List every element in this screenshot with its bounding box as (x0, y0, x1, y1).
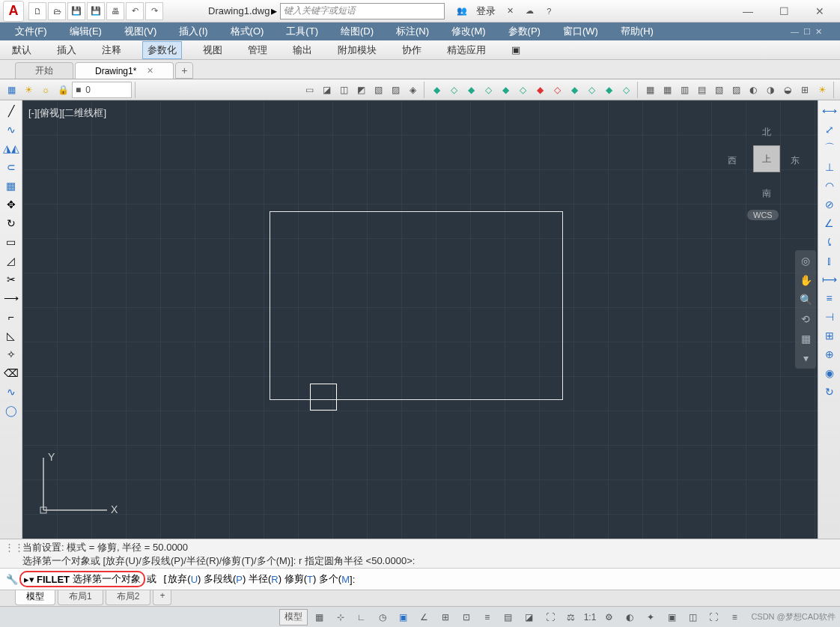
tool-icon[interactable]: ◆ (532, 82, 548, 98)
menu-view[interactable]: 视图(V) (124, 25, 156, 38)
tool-icon[interactable]: ▨ (387, 82, 404, 98)
tool-icon[interactable]: ◆ (428, 82, 445, 98)
ribbon-featured[interactable]: 精选应用 (442, 42, 490, 58)
tab-layout2[interactable]: 布局2 (106, 590, 151, 605)
ribbon-annotate[interactable]: 注释 (97, 42, 126, 58)
layer-sun-icon[interactable]: ☼ (37, 82, 54, 98)
cmd-grip-icon[interactable]: ⋮⋮ (4, 541, 18, 554)
ws-icon[interactable]: ◐ (621, 609, 639, 626)
mirror-icon[interactable]: ◮◭ (3, 141, 19, 156)
viewcube-west[interactable]: 西 (728, 154, 737, 167)
line-icon[interactable]: ╱ (3, 103, 19, 118)
opt-radius[interactable]: R (271, 574, 278, 585)
viewcube-top[interactable]: 上 (753, 145, 780, 172)
tab-new[interactable]: + (175, 62, 193, 79)
chamfer-icon[interactable]: ◺ (3, 328, 19, 343)
tab-start[interactable]: 开始 (15, 62, 73, 79)
array-icon[interactable]: ▦ (3, 178, 19, 193)
opt-undo[interactable]: U (191, 574, 198, 585)
cloud-icon[interactable]: ☁ (520, 2, 539, 20)
menu-window[interactable]: 窗口(W) (563, 25, 598, 38)
tool-icon[interactable]: ◫ (335, 82, 352, 98)
snap-toggle-icon[interactable]: ⊹ (332, 609, 350, 626)
signin-button[interactable]: 登录 (472, 2, 500, 20)
ribbon-manage[interactable]: 管理 (243, 42, 272, 58)
tool-icon[interactable]: ◒ (779, 82, 796, 98)
saveas-icon[interactable]: 💾 (87, 2, 105, 20)
menu-tools[interactable]: 工具(T) (286, 25, 318, 38)
ribbon-parametric[interactable]: 参数化 (142, 41, 182, 59)
tool-icon[interactable]: ▤ (693, 82, 710, 98)
tpy-toggle-icon[interactable]: ▤ (499, 609, 517, 626)
layer-select[interactable]: ■ 0 (72, 82, 132, 98)
ribbon-collab[interactable]: 协作 (398, 42, 426, 58)
close-button[interactable]: ✕ (809, 5, 831, 17)
tolerance-icon[interactable]: ⊞ (821, 328, 838, 343)
dim-radius-icon[interactable]: ◠ (821, 178, 838, 193)
infocenter-icon[interactable]: 👥 (452, 2, 472, 20)
opt-multiple[interactable]: M (341, 574, 350, 585)
search-input[interactable]: 键入关键字或短语 (280, 3, 445, 19)
tool-icon[interactable]: ◈ (404, 82, 421, 98)
opt-trim[interactable]: T (307, 574, 313, 585)
dim-jogged-icon[interactable]: ⤹ (821, 234, 838, 249)
undo-icon[interactable]: ↶ (126, 2, 144, 20)
viewport-label[interactable]: [-][俯视][二维线框] (28, 106, 106, 120)
annoscale-icon[interactable]: ⚖ (562, 609, 580, 626)
model-button[interactable]: 模型 (279, 609, 308, 626)
menu-draw[interactable]: 绘图(D) (341, 25, 374, 38)
lwt-toggle-icon[interactable]: ≡ (478, 609, 496, 626)
minimize-button[interactable]: — (737, 5, 759, 17)
open-icon[interactable]: 🗁 (48, 2, 66, 20)
dim-linear-icon[interactable]: ⟷ (821, 103, 838, 118)
menu-insert[interactable]: 插入(I) (179, 25, 207, 38)
stretch-icon[interactable]: ◿ (3, 253, 19, 268)
tool-icon[interactable]: ◪ (318, 82, 335, 98)
zoom-icon[interactable]: 🔍 (800, 294, 812, 306)
ribbon-insert[interactable]: 插入 (52, 42, 81, 58)
tool-icon[interactable]: ◇ (583, 82, 600, 98)
drawing-canvas[interactable]: [-][俯视][二维线框] 北 南 西 东 上 WCS ◎ ✋ 🔍 ⟲ ▦ ▾ (22, 100, 818, 539)
tool-icon[interactable]: ◆ (497, 82, 514, 98)
ribbon-output[interactable]: 输出 (288, 42, 317, 58)
dim-continue-icon[interactable]: ⟼ (821, 272, 838, 287)
viewcube[interactable]: 北 南 西 东 上 WCS (729, 114, 804, 219)
menu-modify[interactable]: 修改(M) (451, 25, 486, 38)
help-icon[interactable]: ? (539, 2, 559, 20)
nav-expand-icon[interactable]: ▾ (803, 352, 809, 364)
tool-icon[interactable]: ◆ (463, 82, 479, 98)
command-line[interactable]: 🔧 ▸▾ FILLET 选择第一个对象 或 [ 放弃(U) 多段线(P) 半径(… (0, 568, 840, 590)
tool-icon[interactable]: ▧ (710, 82, 727, 98)
tab-model[interactable]: 模型 (15, 590, 55, 605)
ribbon-addins[interactable]: 附加模块 (333, 42, 381, 58)
app-logo[interactable]: A (3, 1, 24, 22)
dynucs-toggle-icon[interactable]: ⊞ (436, 609, 454, 626)
viewcube-east[interactable]: 东 (791, 154, 800, 167)
rotate-icon[interactable]: ↻ (3, 216, 19, 231)
tool-icon[interactable]: ◇ (618, 82, 634, 98)
inspect-icon[interactable]: ◉ (821, 366, 838, 381)
customize-icon[interactable]: 🔧 (4, 574, 19, 585)
explode-icon[interactable]: ✧ (3, 347, 19, 362)
doc-close-icon[interactable]: ✕ (815, 27, 822, 37)
isolate-icon[interactable]: ◫ (684, 609, 701, 626)
tab-layout-new[interactable]: + (153, 590, 171, 605)
centermark-icon[interactable]: ⊕ (821, 347, 838, 362)
tool-icon[interactable]: ◇ (549, 82, 565, 98)
ribbon-home[interactable]: 默认 (7, 42, 36, 58)
clean-screen-icon[interactable]: ⛶ (704, 609, 722, 626)
layer-prop-icon[interactable]: ▦ (3, 82, 19, 98)
menu-help[interactable]: 帮助(H) (621, 25, 654, 38)
tab-close-icon[interactable]: ✕ (147, 66, 153, 76)
save-icon[interactable]: 💾 (67, 2, 85, 20)
dim-aligned-icon[interactable]: ⤢ (821, 122, 838, 137)
scale-label[interactable]: 1:1 (583, 609, 597, 626)
doc-min-icon[interactable]: — (791, 27, 799, 37)
wcs-label[interactable]: WCS (747, 210, 779, 220)
rectangle-object[interactable] (270, 211, 563, 400)
tool-icon[interactable]: ▦ (659, 82, 675, 98)
tool-icon[interactable]: ▭ (301, 82, 317, 98)
plot-icon[interactable]: 🖶 (106, 2, 124, 20)
anno-vis-icon[interactable]: ✦ (642, 609, 660, 626)
ortho-toggle-icon[interactable]: ∟ (353, 609, 371, 626)
